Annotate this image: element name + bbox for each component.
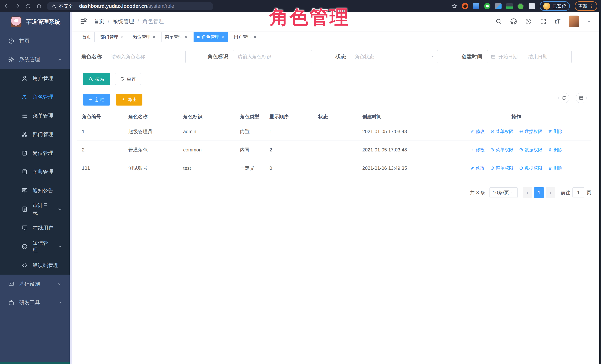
create-time-range-picker[interactable]: 开始日期 - 结束日期 (487, 50, 571, 63)
sidebar-item-infrastructure[interactable]: 基础设施 (0, 275, 70, 293)
address-bar[interactable]: 不安全 dashboard.yudao.iocoder.cn /system/r… (47, 2, 213, 10)
browser-menu-icon[interactable] (590, 3, 594, 9)
hamburger-icon[interactable] (80, 18, 87, 25)
role-name-input[interactable] (107, 50, 186, 63)
bookmark-star-icon[interactable] (451, 3, 457, 9)
close-icon[interactable] (253, 35, 257, 39)
extension-icon-3[interactable] (484, 3, 491, 9)
user-avatar[interactable] (569, 16, 579, 27)
close-icon[interactable] (221, 35, 224, 39)
sidebar-item-online-users[interactable]: 在线用户 (0, 218, 70, 237)
goto-page-input[interactable] (572, 187, 584, 198)
sidebar-item-label: 在线用户 (33, 224, 53, 231)
next-page-button[interactable]: › (546, 187, 555, 198)
extensions-puzzle-icon[interactable] (529, 3, 535, 9)
menu-permission-link[interactable]: 菜单权限 (490, 165, 514, 171)
status-select[interactable]: 角色状态 (351, 50, 438, 63)
sidebar-item-label: 角色管理 (33, 94, 53, 100)
close-icon[interactable] (120, 35, 123, 39)
edit-link[interactable]: 修改 (470, 165, 485, 171)
search-icon[interactable] (495, 18, 502, 25)
tag-label: 部门管理 (100, 34, 118, 40)
add-button[interactable]: 新增 (83, 94, 110, 106)
delete-link[interactable]: 删除 (548, 165, 562, 171)
browser-forward-button[interactable] (13, 2, 21, 10)
menu-permission-link[interactable]: 菜单权限 (490, 147, 514, 153)
page-size-select[interactable]: 10条/页 (490, 187, 518, 198)
profile-paused-badge[interactable]: 已暂停 (540, 1, 570, 11)
page-size-value: 10条/页 (493, 189, 509, 196)
sidebar-item-departments[interactable]: 部门管理 (0, 125, 70, 144)
browser-reload-button[interactable] (24, 2, 32, 10)
extension-icon-6[interactable] (518, 3, 524, 9)
data-permission-link[interactable]: 数据权限 (519, 147, 542, 153)
current-page-button[interactable]: 1 (534, 187, 544, 198)
not-secure-label: 不安全 (59, 3, 73, 10)
breadcrumb-system[interactable]: 系统管理 (113, 18, 134, 25)
extension-icon-1[interactable] (462, 3, 468, 9)
browser-back-button[interactable] (3, 2, 11, 10)
extension-icon-5[interactable] (506, 3, 513, 9)
sidebar-item-dict[interactable]: 字典管理 (0, 162, 70, 181)
sidebar-item-dev-tools[interactable]: 研发工具 (0, 293, 70, 312)
refresh-icon (561, 96, 566, 100)
chevron-up-icon (57, 57, 62, 62)
help-icon[interactable] (525, 18, 532, 25)
sidebar-item-menus[interactable]: 菜单管理 (0, 106, 70, 125)
delete-link[interactable]: 删除 (548, 128, 562, 134)
sidebar-item-audit-log[interactable]: 审计日志 (0, 200, 70, 218)
edit-link[interactable]: 修改 (470, 147, 485, 153)
role-key-input[interactable] (233, 50, 312, 63)
extension-icon-2[interactable] (473, 3, 479, 9)
extension-icon-4[interactable] (495, 3, 501, 9)
check-circle-icon (21, 244, 28, 250)
tag-users[interactable]: 用户管理 (230, 32, 260, 42)
address-separator (76, 4, 76, 9)
refresh-icon (120, 77, 124, 81)
tag-home[interactable]: 首页 (79, 32, 95, 42)
reset-button[interactable]: 重置 (115, 73, 141, 85)
refresh-table-button[interactable] (558, 93, 569, 103)
sidebar-item-sms[interactable]: 短信管理 (0, 237, 70, 256)
data-permission-link[interactable]: 数据权限 (519, 165, 542, 171)
data-permission-link[interactable]: 数据权限 (519, 128, 542, 134)
menu-permission-link[interactable]: 菜单权限 (490, 128, 514, 134)
col-role-key: 角色标识 (179, 114, 236, 120)
sidebar-item-posts[interactable]: 岗位管理 (0, 144, 70, 162)
message-icon (21, 187, 28, 194)
fullscreen-icon[interactable] (540, 18, 547, 25)
sidebar-item-users[interactable]: 用户管理 (0, 69, 70, 88)
cell-role-type: 自定义 (236, 165, 265, 171)
sidebar-item-notice[interactable]: 通知公告 (0, 181, 70, 200)
app-logo-row[interactable]: 芋道管理系统 (0, 12, 70, 31)
close-icon[interactable] (184, 35, 188, 39)
delete-link[interactable]: 删除 (548, 147, 562, 153)
sidebar-item-system[interactable]: 系统管理 (0, 50, 70, 69)
cell-role-type: 内置 (236, 147, 265, 153)
page-scrollbar[interactable] (599, 12, 601, 364)
browser-home-button[interactable] (35, 2, 43, 10)
tag-roles-active[interactable]: 角色管理 (193, 32, 228, 42)
tag-departments[interactable]: 部门管理 (97, 32, 127, 42)
prev-page-button[interactable]: ‹ (523, 187, 532, 198)
tag-menus[interactable]: 菜单管理 (161, 32, 191, 42)
tag-posts[interactable]: 岗位管理 (129, 32, 159, 42)
avatar-caret-icon[interactable] (587, 20, 591, 23)
close-icon[interactable] (152, 35, 156, 39)
toggle-knob (311, 132, 317, 138)
column-settings-button[interactable] (576, 93, 587, 103)
github-icon[interactable] (510, 18, 517, 25)
export-button[interactable]: 导出 (116, 94, 142, 106)
search-button[interactable]: 搜索 (83, 73, 110, 85)
cell-created: 2021-01-06 13:49:35 (358, 165, 441, 171)
sidebar-scrollbar[interactable] (70, 12, 72, 364)
sidebar-item-error-codes[interactable]: 错误码管理 (0, 256, 70, 275)
edit-link[interactable]: 修改 (470, 128, 485, 134)
browser-update-button[interactable]: 更新 (575, 1, 597, 11)
sidebar-item-roles[interactable]: 角色管理 (0, 88, 70, 106)
font-size-icon[interactable]: tT (555, 18, 561, 25)
breadcrumb-home[interactable]: 首页 (94, 18, 104, 25)
app-logo-image (11, 17, 21, 27)
sidebar-item-home[interactable]: 首页 (0, 31, 70, 50)
log-icon (21, 206, 28, 212)
